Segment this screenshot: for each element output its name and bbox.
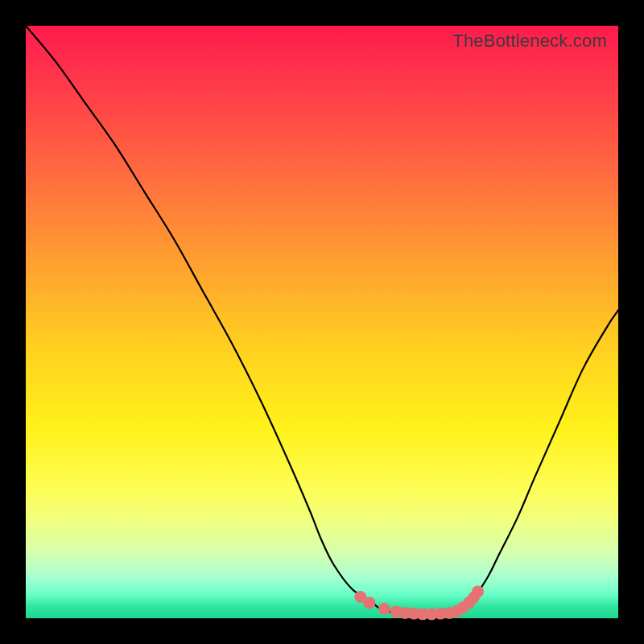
chart-svg bbox=[26, 26, 618, 618]
curve-left bbox=[26, 26, 393, 613]
marker-dot bbox=[363, 597, 375, 609]
chart-frame: TheBottleneck.com bbox=[0, 0, 644, 644]
highlighted-markers bbox=[354, 585, 484, 620]
marker-dot bbox=[378, 603, 390, 615]
plot-area: TheBottleneck.com bbox=[26, 26, 618, 618]
curve-right bbox=[452, 310, 618, 612]
marker-dot bbox=[472, 585, 484, 597]
